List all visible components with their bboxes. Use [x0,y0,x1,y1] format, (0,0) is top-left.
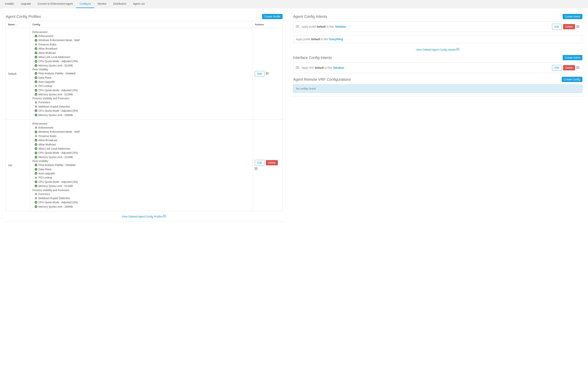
create-profile-button[interactable]: Create Profile [262,14,283,19]
config-item-text: Allow Multicast [39,142,56,147]
svg-point-16 [164,216,164,216]
config-item-text: Meltdown Exploit Detection [39,105,70,109]
config-item-text: Forensics [39,100,50,104]
config-item: Allow Multicast [35,142,250,147]
config-item-text: Allow Link Local Addresses [39,55,70,59]
delete-button[interactable]: Delete [563,24,575,29]
table-row: DefaultEnforcementEnforcementWindows Enf… [6,28,283,120]
table-row: VMEnforcementEnforcementWindows Enforcem… [6,120,283,211]
config-section-title: Flow Visibility [32,159,250,162]
config-item: Windows Enforcement Mode - WAF [35,130,250,134]
config-item-text: PID Lookup [39,176,52,180]
view-deleted-config-intents-link[interactable]: View Deleted Agent Config Intents [416,48,460,51]
config-item-text: Memory Quota Limit - 256MB [39,113,73,117]
check-icon [35,72,37,75]
check-icon [35,205,37,208]
config-item-text: Flow Analysis Fidelity - Detailed [39,71,75,75]
config-item: Preserve Rules [35,134,250,138]
config-item-text: CPU Quota Mode - Adjusted (3%) [39,88,78,92]
check-icon [35,76,37,79]
remote-vrf-title: Agent Remote VRF Configurations [293,77,351,82]
edit-button[interactable]: Edit [255,160,264,165]
svg-point-9 [255,167,255,168]
svg-point-5 [266,74,266,74]
config-item: CPU Quota Mode - Adjusted (3%) [35,109,250,113]
view-deleted-profiles-link[interactable]: View Deleted Agent Config Profiles [122,215,166,218]
check-icon [35,168,37,171]
edit-button[interactable]: Edit [552,65,561,70]
config-item-text: Allow Broadcast [39,46,57,51]
x-icon [35,85,37,87]
tab-agent-list[interactable]: Agent List [130,0,148,8]
th-config[interactable]: Config [30,21,252,28]
create-config-intent-button[interactable]: Create Intent [563,14,582,19]
config-item-text: Memory Quota Limit - 512MB [39,64,73,68]
x-icon [35,193,37,195]
sort-asc-icon: ↑ [15,23,17,26]
check-icon [35,185,37,187]
svg-point-4 [266,73,266,74]
create-iface-intent-button[interactable]: Create Intent [563,55,582,60]
x-icon [35,176,37,179]
x-icon [35,126,37,129]
config-item-text: Allow Multicast [39,51,56,55]
config-item-text: Windows Enforcement Mode - WAF [39,130,80,134]
config-intents-title: Agent Config Intents [293,14,327,19]
config-item-text: Enforcement [39,126,53,130]
tab-upgrade[interactable]: Upgrade [18,0,34,8]
create-remote-vrf-button[interactable]: Create Config [562,77,582,82]
edit-button[interactable]: Edit [255,71,264,77]
config-item: CPU Quota Mode - Adjusted (3%) [35,151,250,155]
config-item: Flow Analysis Fidelity - Detailed [35,71,250,75]
list-icon[interactable] [266,72,269,75]
delete-button[interactable]: Delete [563,65,575,70]
config-item: Meltdown Exploit Detection [35,196,250,200]
config-item-text: Windows Enforcement Mode - WAF [39,38,80,42]
config-item: Memory Quota Limit - 256MB [35,113,250,117]
check-icon [35,156,37,158]
config-section-title: Process Visibility and Forensics [32,97,250,100]
config-item: Allow Broadcast [35,138,250,142]
config-item-text: Forensics [39,192,50,196]
delete-button[interactable]: Delete [266,160,278,165]
th-name[interactable]: Name ↑ [6,21,30,28]
tab-installer[interactable]: Installer [1,0,18,8]
check-icon [35,56,37,58]
config-item: Allow Broadcast [35,46,250,51]
list-icon[interactable] [577,25,580,28]
config-section-title: Flow Visibility [32,68,250,71]
no-configs-message: No configs found [293,84,582,93]
drag-handle-icon[interactable] [296,25,299,28]
config-intents-section: Agent Config Intents Create Intent Apply… [293,14,582,51]
config-item: Allow Multicast [35,51,250,55]
check-icon [35,181,37,183]
tab-configure[interactable]: Configure [76,0,94,8]
check-icon [35,47,37,50]
config-item-text: Meltdown Exploit Detection [39,196,70,200]
check-icon [35,147,37,150]
config-item: CPU Quota Mode - Adjusted (3%) [35,88,250,92]
list-icon[interactable] [255,167,258,171]
check-icon [35,35,37,37]
list-icon [163,215,166,218]
svg-point-10 [255,168,255,169]
config-item: PID Lookup [35,84,250,88]
tab-monitor[interactable]: Monitor [94,0,110,8]
tab-distribution[interactable]: Distribution [110,0,130,8]
config-item: Forensics [35,192,250,196]
remote-vrf-section: Agent Remote VRF Configurations Create C… [293,77,582,93]
config-section-title: Enforcement [32,122,250,125]
config-item: Data Plane [35,76,250,80]
config-item: Memory Quota Limit - 256MB [35,204,250,209]
check-icon [35,64,37,67]
tab-convert-to-enforcement-agent[interactable]: Convert to Enforcement Agent [34,0,76,8]
config-item: Allow Link Local Addresses [35,147,250,151]
drag-handle-icon[interactable] [296,66,299,69]
list-icon[interactable] [577,66,580,70]
svg-point-25 [577,26,577,27]
config-item-text: Memory Quota Limit - 512MB [39,184,73,188]
config-item: Flow Analysis Fidelity - Detailed [35,163,250,167]
config-item: Forensics [35,100,250,104]
edit-button[interactable]: Edit [552,24,561,29]
check-icon [35,110,37,112]
